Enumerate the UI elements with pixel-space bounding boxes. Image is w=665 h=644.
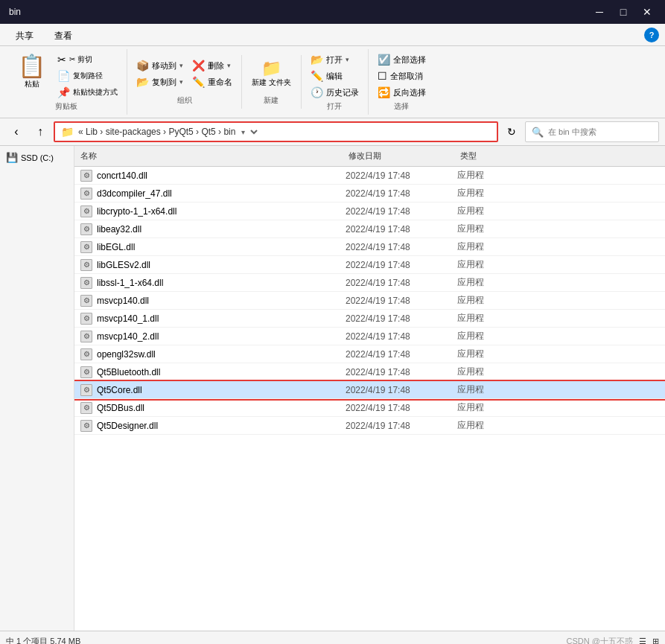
tab-view[interactable]: 查看 <box>45 26 82 45</box>
file-type: 应用程 <box>454 330 665 342</box>
edit-button[interactable]: ✏️ 编辑 <box>308 68 362 83</box>
dll-file-icon: ⚙ <box>80 188 92 200</box>
close-button[interactable]: ✕ <box>638 3 656 21</box>
dll-file-icon: ⚙ <box>80 205 92 217</box>
clipboard-group-label: 剪贴板 <box>55 101 77 112</box>
table-row[interactable]: ⚙libGLESv2.dll2022/4/19 17:48应用程 <box>74 256 665 274</box>
dll-file-icon: ⚙ <box>80 420 92 432</box>
file-name: libGLESv2.dll <box>97 260 150 270</box>
open-label: 打开 <box>326 54 343 66</box>
drive-icon: 💾 <box>6 152 18 163</box>
ribbon-group-new: 📁 新建 文件夹 新建 <box>242 55 302 109</box>
table-row[interactable]: ⚙msvcp140_1.dll2022/4/19 17:48应用程 <box>74 310 665 328</box>
paste-icon: 📋 <box>18 55 45 77</box>
file-type: 应用程 <box>454 401 665 414</box>
table-row[interactable]: ⚙opengl32sw.dll2022/4/19 17:48应用程 <box>74 345 665 363</box>
table-row[interactable]: ⚙libeay32.dll2022/4/19 17:48应用程 <box>74 220 665 238</box>
window-controls: ─ □ ✕ <box>591 3 656 21</box>
header-name[interactable]: 名称 <box>74 149 343 163</box>
table-row[interactable]: ⚙libEGL.dll2022/4/19 17:48应用程 <box>74 238 665 256</box>
select-all-button[interactable]: ☑️ 全部选择 <box>375 52 429 67</box>
paste-shortcut-button[interactable]: 📌 粘贴快捷方式 <box>54 85 121 100</box>
header-date[interactable]: 修改日期 <box>343 149 454 163</box>
sidebar-item-ssd[interactable]: 💾 SSD (C:) <box>0 149 74 166</box>
table-row[interactable]: ⚙Qt5DBus.dll2022/4/19 17:48应用程 <box>74 399 665 417</box>
table-row[interactable]: ⚙Qt5Core.dll2022/4/19 17:48应用程 <box>74 381 665 399</box>
invert-button[interactable]: 🔁 反向选择 <box>375 85 429 100</box>
file-type: 应用程 <box>454 366 665 378</box>
tab-share[interactable]: 共享 <box>6 26 43 45</box>
address-dropdown[interactable]: ▾ <box>235 127 260 137</box>
nav-up-button[interactable]: ↑ <box>30 121 51 142</box>
paste-shortcut-icon: 📌 <box>57 86 70 98</box>
file-date: 2022/4/19 17:48 <box>343 385 454 395</box>
history-label: 历史记录 <box>326 87 359 98</box>
table-row[interactable]: ⚙d3dcompiler_47.dll2022/4/19 17:48应用程 <box>74 185 665 203</box>
organize-col2: ❌ 删除 ▾ ✏️ 重命名 <box>189 58 235 89</box>
file-name-cell: ⚙Qt5Core.dll <box>74 384 343 396</box>
file-date: 2022/4/19 17:48 <box>343 278 454 288</box>
file-name: concrt140.dll <box>97 170 147 181</box>
search-box: 🔍 <box>525 121 659 142</box>
organize-buttons: 📦 移动到 ▾ 📂 复制到 ▾ ❌ 删除 ▾ ✏️ 重命名 <box>133 58 235 89</box>
table-row[interactable]: ⚙msvcp140.dll2022/4/19 17:48应用程 <box>74 292 665 310</box>
select-none-icon: ☐ <box>378 70 387 82</box>
new-buttons: 📁 新建 文件夹 <box>248 58 295 89</box>
invert-icon: 🔁 <box>378 86 390 98</box>
delete-button[interactable]: ❌ 删除 ▾ <box>189 58 235 73</box>
minimize-button[interactable]: ─ <box>591 3 608 21</box>
search-input[interactable] <box>548 127 652 136</box>
search-icon: 🔍 <box>532 127 544 138</box>
copy-button[interactable]: 📂 复制到 ▾ <box>133 74 186 89</box>
new-folder-icon: 📁 <box>261 60 281 77</box>
ribbon-group-organize: 📦 移动到 ▾ 📂 复制到 ▾ ❌ 删除 ▾ ✏️ 重命名 <box>127 55 242 109</box>
select-none-button[interactable]: ☐ 全部取消 <box>375 68 429 83</box>
clipboard-col: ✂ ✂ 剪切 📄 复制路径 📌 粘贴快捷方式 <box>54 52 121 100</box>
move-icon: 📦 <box>136 60 149 71</box>
move-button[interactable]: 📦 移动到 ▾ <box>133 58 186 73</box>
file-name: libssl-1_1-x64.dll <box>97 278 163 288</box>
invert-label: 反向选择 <box>393 87 426 98</box>
help-button[interactable]: ? <box>644 28 659 42</box>
new-group-label: 新建 <box>264 95 279 106</box>
table-row[interactable]: ⚙Qt5Bluetooth.dll2022/4/19 17:48应用程 <box>74 363 665 381</box>
table-row[interactable]: ⚙libcrypto-1_1-x64.dll2022/4/19 17:48应用程 <box>74 203 665 220</box>
table-row[interactable]: ⚙msvcp140_2.dll2022/4/19 17:48应用程 <box>74 328 665 345</box>
file-name-cell: ⚙concrt140.dll <box>74 170 343 182</box>
ribbon-group-open: 📂 打开 ▾ ✏️ 编辑 🕐 历史记录 打开 <box>302 49 369 115</box>
file-name-cell: ⚙libEGL.dll <box>74 241 343 253</box>
paste-label: 粘贴 <box>25 79 39 89</box>
maximize-button[interactable]: □ <box>614 3 632 21</box>
rename-button[interactable]: ✏️ 重命名 <box>189 74 235 89</box>
cut-label: ✂ 剪切 <box>69 54 92 65</box>
paste-button[interactable]: 📋 粘贴 <box>12 52 51 92</box>
header-type[interactable]: 类型 <box>454 149 665 163</box>
ribbon-group-clipboard: 📋 粘贴 ✂ ✂ 剪切 📄 复制路径 📌 粘贴快捷方式 剪贴板 <box>6 49 127 115</box>
file-type: 应用程 <box>454 205 665 217</box>
table-row[interactable]: ⚙libssl-1_1-x64.dll2022/4/19 17:48应用程 <box>74 274 665 292</box>
view-details-icon[interactable]: ☰ <box>639 637 646 644</box>
copy-path-button[interactable]: 📄 复制路径 <box>54 68 121 83</box>
file-type: 应用程 <box>454 169 665 182</box>
history-button[interactable]: 🕐 历史记录 <box>308 85 362 100</box>
address-path-box[interactable]: 📁 « Lib › site-packages › PyQt5 › Qt5 › … <box>54 121 498 142</box>
open-button[interactable]: 📂 打开 ▾ <box>308 52 362 67</box>
table-row[interactable]: ⚙concrt140.dll2022/4/19 17:48应用程 <box>74 167 665 185</box>
cut-button[interactable]: ✂ ✂ 剪切 <box>54 52 121 67</box>
refresh-button[interactable]: ↻ <box>501 121 522 142</box>
file-name-cell: ⚙libeay32.dll <box>74 223 343 235</box>
new-folder-button[interactable]: 📁 新建 文件夹 <box>248 58 295 89</box>
dll-file-icon: ⚙ <box>80 366 92 378</box>
file-type: 应用程 <box>454 348 665 360</box>
file-date: 2022/4/19 17:48 <box>343 331 454 342</box>
table-row[interactable]: ⚙Qt5Designer.dll2022/4/19 17:48应用程 <box>74 417 665 435</box>
view-tiles-icon[interactable]: ⊞ <box>652 637 659 644</box>
dll-file-icon: ⚙ <box>80 277 92 289</box>
ribbon-help: ? <box>644 28 659 45</box>
history-icon: 🕐 <box>311 86 323 98</box>
clipboard-buttons: 📋 粘贴 ✂ ✂ 剪切 📄 复制路径 📌 粘贴快捷方式 <box>12 52 121 100</box>
window-title: bin <box>9 7 21 17</box>
file-name-cell: ⚙libcrypto-1_1-x64.dll <box>74 205 343 217</box>
dll-file-icon: ⚙ <box>80 259 92 271</box>
nav-back-button[interactable]: ‹ <box>6 121 27 142</box>
